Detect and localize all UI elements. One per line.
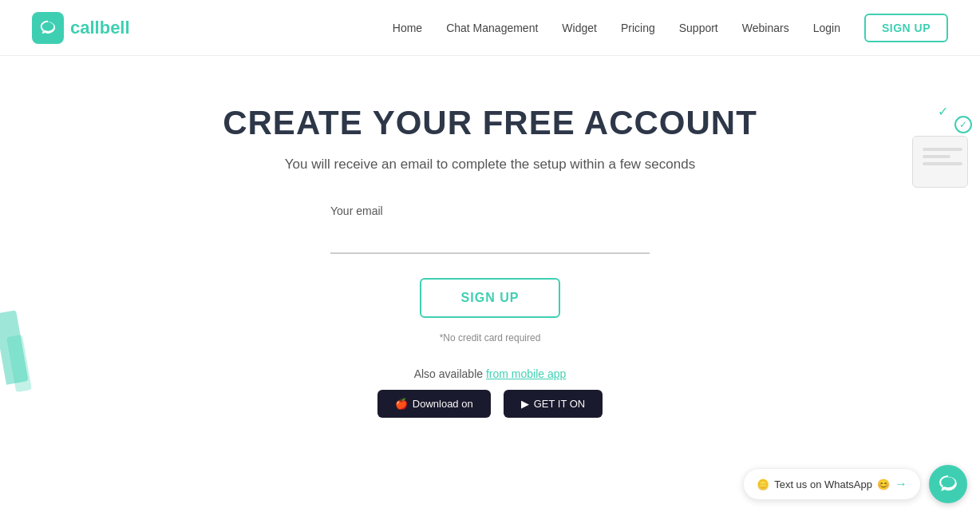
nav-login[interactable]: Login xyxy=(813,22,840,34)
whatsapp-widget: 🪙 Text us on WhatsApp 😊 → xyxy=(743,465,967,503)
app-store-button[interactable]: 🍎 Download on xyxy=(377,390,491,418)
play-store-label: GET IT ON xyxy=(534,398,586,410)
mobile-app-link[interactable]: from mobile app xyxy=(486,367,566,380)
nav-widget[interactable]: Widget xyxy=(562,22,597,34)
whatsapp-emoji-right: 😊 xyxy=(877,478,890,490)
email-label: Your email xyxy=(330,204,383,217)
logo-icon xyxy=(32,12,64,44)
nav-signup-button[interactable]: SIGN UP xyxy=(864,14,948,42)
logo[interactable]: callbell xyxy=(32,12,130,44)
main-content: CREATE YOUR FREE ACCOUNT You will receiv… xyxy=(0,56,980,418)
whatsapp-bubble[interactable]: 🪙 Text us on WhatsApp 😊 → xyxy=(743,468,921,500)
app-buttons: 🍎 Download on ▶ GET IT ON xyxy=(377,390,603,418)
mobile-app-text: Also available from mobile app xyxy=(414,367,567,380)
play-icon: ▶ xyxy=(521,398,529,410)
navbar: callbell Home Chat Management Widget Pri… xyxy=(0,0,980,56)
play-store-button[interactable]: ▶ GET IT ON xyxy=(504,390,603,418)
page-subtitle: You will receive an email to complete th… xyxy=(285,157,695,173)
nav-chat-management[interactable]: Chat Management xyxy=(446,22,538,34)
whatsapp-icon xyxy=(938,474,958,494)
app-store-label: Download on xyxy=(413,398,473,410)
whatsapp-text: Text us on WhatsApp xyxy=(774,478,872,490)
no-credit-text: *No credit card required xyxy=(440,332,541,343)
nav-links: Home Chat Management Widget Pricing Supp… xyxy=(393,14,948,42)
nav-home[interactable]: Home xyxy=(393,22,422,34)
signup-form: Your email SIGN UP *No credit card requi… xyxy=(330,204,650,343)
mobile-text-prefix: Also available xyxy=(414,367,486,380)
apple-icon: 🍎 xyxy=(395,398,408,410)
page-title: CREATE YOUR FREE ACCOUNT xyxy=(223,104,757,142)
whatsapp-open-button[interactable] xyxy=(929,465,967,503)
whatsapp-emoji-left: 🪙 xyxy=(757,478,769,490)
nav-support[interactable]: Support xyxy=(679,22,718,34)
nav-webinars[interactable]: Webinars xyxy=(742,22,789,34)
whatsapp-arrow-icon: → xyxy=(895,477,907,491)
logo-text: callbell xyxy=(70,18,130,38)
email-input[interactable] xyxy=(330,225,650,254)
nav-pricing[interactable]: Pricing xyxy=(621,22,655,34)
form-signup-button[interactable]: SIGN UP xyxy=(420,278,561,318)
